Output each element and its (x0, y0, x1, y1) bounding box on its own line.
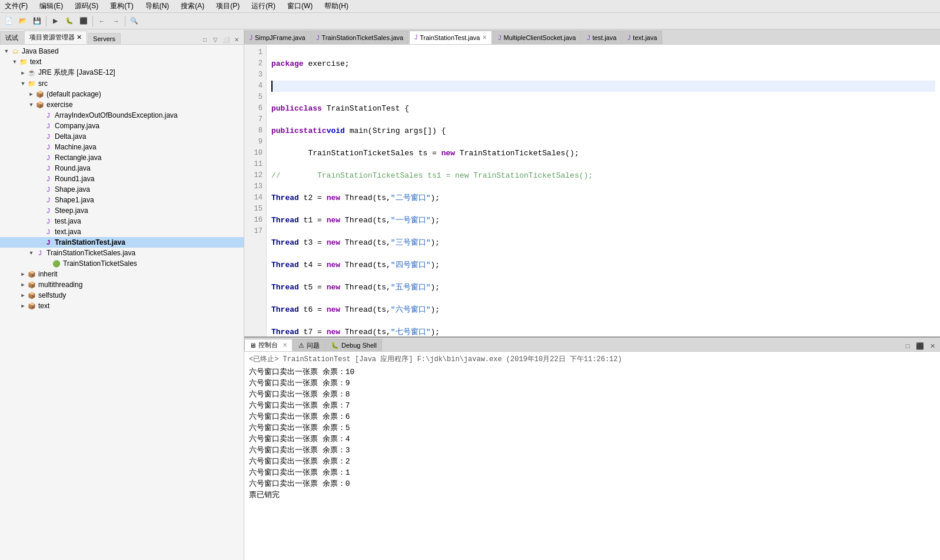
icon-Steep: J (44, 206, 53, 215)
bottom-max-btn[interactable]: ⬛ (915, 341, 925, 351)
tree-text-java[interactable]: J text.java (0, 226, 244, 237)
sidebar-max-btn[interactable]: ⬜ (221, 35, 231, 44)
tab-icon-MultipleClientSocket: J (498, 35, 501, 41)
console-content[interactable]: <已终止> TrainStationTest [Java 应用程序] F:\jd… (244, 352, 940, 560)
tab-TrainStationTest[interactable]: J TrainStationTest.java ✕ (409, 31, 492, 44)
toggle-text-pkg[interactable]: ► (19, 302, 27, 310)
menu-project[interactable]: 项目(P) (214, 1, 242, 11)
icon-Rectangle: J (44, 153, 53, 162)
label-exercise: exercise (46, 101, 73, 109)
icon-test: J (44, 216, 53, 226)
code-content[interactable]: package exercise; public class TrainStat… (267, 45, 940, 336)
toggle-jre[interactable]: ► (19, 69, 27, 77)
toolbar-run-btn[interactable]: ▶ (49, 15, 62, 28)
toolbar-open-btn[interactable]: 📂 (16, 15, 29, 28)
tree-TrainStationTicketSalesClass[interactable]: 🟢 TrainStationTicketSales (0, 258, 244, 269)
toolbar-back-btn[interactable]: ← (95, 15, 108, 28)
toggle-default-pkg[interactable]: ► (27, 90, 35, 98)
tab-icon-SimpJFrame: J (250, 35, 253, 41)
sidebar-tab-servers[interactable]: Servers (88, 33, 121, 44)
bottom-minimize-btn[interactable]: □ (902, 341, 913, 351)
tab-MultipleClientSocket[interactable]: J MultipleClientSocket.java (493, 31, 581, 44)
icon-inherit: 📦 (27, 269, 36, 279)
menu-search[interactable]: 搜索(A) (178, 1, 207, 11)
menu-file[interactable]: 文件(F) (2, 1, 30, 11)
toggle-selfstudy[interactable]: ► (19, 291, 27, 299)
tree-test[interactable]: J test.java (0, 216, 244, 226)
menu-refactor[interactable]: 重构(T) (108, 1, 135, 11)
toolbar-debug-btn[interactable]: 🐛 (63, 15, 76, 28)
tree-Shape1[interactable]: J Shape1.java (0, 195, 244, 205)
sidebar-collapse-btn[interactable]: ▽ (211, 35, 220, 44)
tree-Machine[interactable]: J Machine.java (0, 142, 244, 152)
toggle-inherit[interactable]: ► (19, 270, 27, 278)
tree-Company[interactable]: J Company.java (0, 121, 244, 131)
bottom-close-btn[interactable]: ✕ (927, 341, 938, 351)
tab-problems[interactable]: ⚠ 问题 (293, 339, 325, 351)
tree-inherit[interactable]: ► 📦 inherit (0, 269, 244, 279)
tree-Round[interactable]: J Round.java (0, 163, 244, 174)
tree-selfstudy[interactable]: ► 📦 selfstudy (0, 290, 244, 301)
tab-SimpJFrame[interactable]: J SimpJFrame.java (244, 31, 311, 44)
icon-ArrayIndex: J (44, 111, 53, 120)
toggle-java-based[interactable]: ▼ (2, 47, 11, 55)
tree-Rectangle[interactable]: J Rectangle.java (0, 152, 244, 163)
code-line-4: public static void main(String args[]) { (271, 125, 935, 136)
tree-ArrayIndex[interactable]: J ArrayIndexOutOfBoundsException.java (0, 110, 244, 121)
tree-default-pkg[interactable]: ► 📦 (default package) (0, 89, 244, 99)
tab-test[interactable]: J test.java (582, 31, 622, 44)
toggle-text-project[interactable]: ▼ (11, 58, 19, 66)
tree-exercise[interactable]: ▼ 📦 exercise (0, 99, 244, 110)
tree-Shape[interactable]: J Shape.java (0, 184, 244, 195)
toggle-src[interactable]: ▼ (19, 79, 27, 88)
bottom-tab-actions: □ ⬛ ✕ (902, 341, 940, 351)
code-editor: 1 2 3 4 5 6 7 8 9 10 11 12 13 14 15 16 1 (244, 45, 940, 336)
toggle-Company (35, 122, 44, 130)
menu-source[interactable]: 源码(S) (72, 1, 101, 11)
icon-Machine: J (44, 142, 53, 152)
tree-text-pkg[interactable]: ► 📦 text (0, 301, 244, 311)
tree-Delta[interactable]: J Delta.java (0, 131, 244, 142)
tab-TrainStationTicketSales[interactable]: J TrainStationTicketSales.java (311, 31, 409, 44)
tab-text[interactable]: J text.java (622, 31, 662, 44)
sidebar-close-btn[interactable]: ✕ (232, 35, 241, 44)
toolbar-fwd-btn[interactable]: → (109, 15, 122, 28)
toggle-TrainStationTicketSales[interactable]: ▼ (27, 249, 35, 257)
tab-close-console[interactable]: ✕ (283, 342, 287, 348)
code-line-2 (271, 81, 935, 92)
sidebar-minimize-btn[interactable]: □ (200, 35, 210, 44)
toggle-Shape1 (35, 196, 44, 204)
sidebar-tab-test[interactable]: 试试 (0, 31, 24, 44)
menu-window[interactable]: 窗口(W) (285, 1, 315, 11)
tab-close-TrainStationTest[interactable]: ✕ (482, 34, 487, 41)
toolbar-search-btn[interactable]: 🔍 (128, 15, 141, 28)
toggle-multithreading[interactable]: ► (19, 281, 27, 289)
code-line-6: // TrainStationTicketSales ts1 = new Tra… (271, 170, 935, 181)
tree-TrainStationTicketSales[interactable]: ▼ J TrainStationTicketSales.java (0, 248, 244, 258)
tree-Steep[interactable]: J Steep.java (0, 205, 244, 216)
menu-edit[interactable]: 编辑(E) (37, 1, 65, 11)
tree-TrainStationTest[interactable]: J TrainStationTest.java (0, 237, 244, 248)
icon-Shape1: J (44, 195, 53, 205)
menu-run[interactable]: 运行(R) (249, 1, 278, 11)
tree-jre[interactable]: ► ☕ JRE 系统库 [JavaSE-12] (0, 67, 244, 78)
tree-java-based[interactable]: ▼ 🗂 Java Based (0, 46, 244, 56)
toggle-text-java (35, 228, 44, 236)
label-Round1: Round1.java (55, 175, 94, 183)
toolbar-stop-btn[interactable]: ⬛ (77, 15, 90, 28)
tree-multithreading[interactable]: ► 📦 multithreading (0, 279, 244, 290)
console-line-5: 六号窗口卖出一张票 余票：5 (249, 422, 935, 434)
label-Machine: Machine.java (55, 143, 97, 151)
tab-console[interactable]: 🖥 控制台 ✕ (244, 339, 293, 351)
toolbar-save-btn[interactable]: 💾 (31, 15, 44, 28)
menu-help[interactable]: 帮助(H) (322, 1, 351, 11)
toolbar-new-btn[interactable]: 📄 (2, 15, 15, 28)
tab-debug-shell[interactable]: 🐛 Debug Shell (325, 339, 382, 351)
tree-text-project[interactable]: ▼ 📁 text (0, 56, 244, 67)
toggle-exercise[interactable]: ▼ (27, 101, 35, 109)
tree-src[interactable]: ▼ 📁 src (0, 78, 244, 89)
label-Round: Round.java (55, 164, 91, 172)
tree-Round1[interactable]: J Round1.java (0, 174, 244, 184)
menu-navigate[interactable]: 导航(N) (143, 1, 172, 11)
sidebar-tab-explorer[interactable]: 项目资源管理器 ✕ (24, 31, 87, 44)
